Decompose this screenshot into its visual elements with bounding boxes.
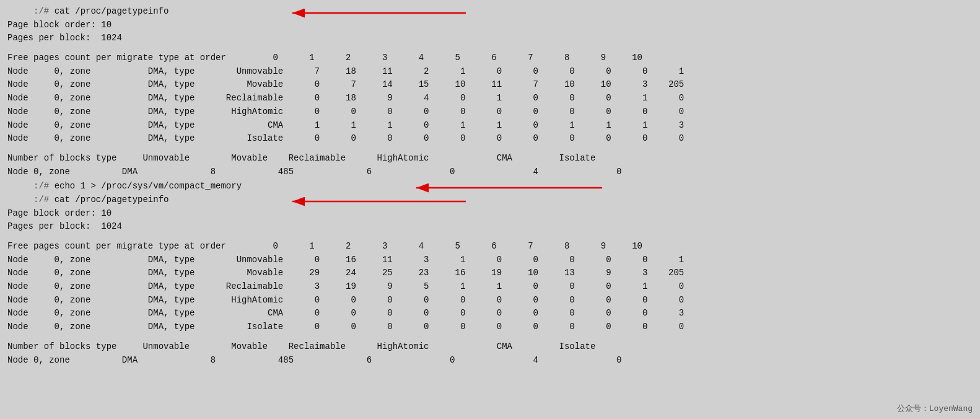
section1-row-0: Node 0, zone DMA, type Unmovable 7 18 11… (7, 65, 973, 79)
section1-blocks-row: Node 0, zone DMA 8 485 6 0 4 0 (7, 165, 973, 179)
section2-row-2: Node 0, zone DMA, type Reclaimable 3 19 … (7, 280, 973, 294)
arrow-3-icon (286, 195, 472, 208)
cmd-line-2: :/# echo 1 > /proc/sys/vm/compact_memory (7, 180, 973, 193)
section2-blocks-header: Number of blocks type Unmovable Movable … (7, 340, 973, 354)
section1-row-5: Node 0, zone DMA, type Isolate 0 0 0 0 0… (7, 132, 973, 146)
prompt-3: :/# (7, 193, 55, 207)
section1-row-2: Node 0, zone DMA, type Reclaimable 0 18 … (7, 92, 973, 105)
section1-row-4: Node 0, zone DMA, type CMA 1 1 1 0 1 1 0… (7, 119, 973, 133)
arrow-2-icon (410, 181, 608, 195)
section2-row-3: Node 0, zone DMA, type HighAtomic 0 0 0 … (7, 294, 973, 307)
prompt-2: :/# (7, 180, 55, 193)
section1-row-1: Node 0, zone DMA, type Movable 0 7 14 15… (7, 78, 973, 92)
cmd-text-3: cat /proc/pagetypeinfo (55, 193, 169, 207)
page-block-order-1: Page block order: 10 (7, 19, 973, 32)
section1-blocks-header: Number of blocks type Unmovable Movable … (7, 152, 973, 165)
arrow-1-icon (286, 6, 472, 20)
cmd-line-3: :/# cat /proc/pagetypeinfo (7, 193, 973, 207)
section1-row-3: Node 0, zone DMA, type HighAtomic 0 0 0 … (7, 105, 973, 119)
watermark: 公众号：LoyenWang (897, 403, 973, 414)
terminal-container: :/# cat /proc/pagetypeinfo Page block or… (7, 5, 973, 367)
pages-per-block-2: Pages per block: 1024 (7, 220, 973, 234)
section2-row-5: Node 0, zone DMA, type Isolate 0 0 0 0 0… (7, 320, 973, 334)
section1-header: Free pages count per migrate type at ord… (7, 51, 973, 65)
section2-header: Free pages count per migrate type at ord… (7, 240, 973, 254)
cmd-text-2: echo 1 > /proc/sys/vm/compact_memory (55, 180, 242, 193)
cmd-text-1: cat /proc/pagetypeinfo (55, 5, 169, 19)
page-block-order-2: Page block order: 10 (7, 207, 973, 221)
prompt-1: :/# (7, 5, 55, 19)
cmd-line-1: :/# cat /proc/pagetypeinfo (7, 5, 973, 19)
section2-row-4: Node 0, zone DMA, type CMA 0 0 0 0 0 0 0… (7, 307, 973, 320)
section2-blocks-row: Node 0, zone DMA 8 485 6 0 4 0 (7, 354, 973, 368)
pages-per-block-1: Pages per block: 1024 (7, 32, 973, 45)
section2-row-1: Node 0, zone DMA, type Movable 29 24 25 … (7, 267, 973, 280)
section2-row-0: Node 0, zone DMA, type Unmovable 0 16 11… (7, 254, 973, 267)
